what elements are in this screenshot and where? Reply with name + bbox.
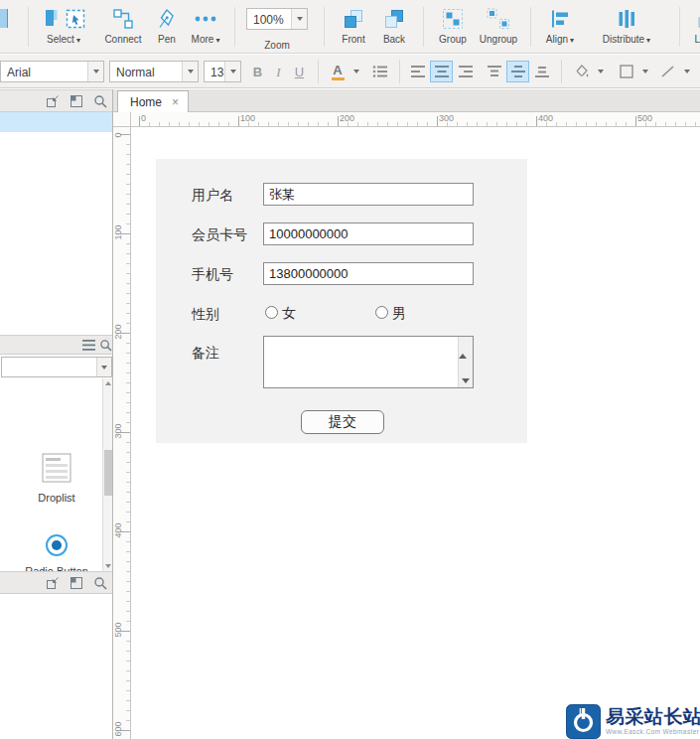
ruler-mark: 400 — [538, 113, 553, 123]
add-master-folder-button[interactable] — [70, 576, 83, 590]
align-center-icon — [434, 65, 450, 78]
ruler-mark: 500 — [637, 113, 652, 123]
search-widgets-button[interactable] — [99, 339, 112, 352]
underline-button[interactable]: U — [289, 61, 310, 82]
search-pages-button[interactable] — [93, 94, 107, 108]
radio-male[interactable] — [375, 306, 388, 319]
droplist-widget-label: Droplist — [17, 492, 96, 504]
font-size-select[interactable]: 13 — [204, 61, 241, 82]
zoom-label: Zoom — [246, 40, 308, 51]
pen-tool-button[interactable]: Pen — [151, 7, 183, 45]
caret-down-icon: ▾ — [215, 36, 219, 45]
group-icon — [442, 8, 464, 30]
radio-female[interactable] — [265, 306, 278, 319]
marquee-select-icon — [65, 8, 86, 30]
valign-bottom-icon — [534, 65, 550, 78]
add-master-button[interactable] — [46, 576, 60, 590]
more-tools-button[interactable]: More▾ — [185, 7, 226, 45]
ruler-mark: 100 — [240, 113, 255, 123]
border-style-caret[interactable] — [639, 61, 651, 82]
more-label: More — [192, 34, 214, 45]
import-arrow-icon — [46, 94, 60, 108]
bullet-list-button[interactable] — [368, 61, 392, 82]
lock-label: Lock — [694, 34, 700, 45]
toolbar-separator — [530, 7, 531, 47]
lock-button[interactable]: Lock — [685, 7, 700, 45]
valign-bottom-button[interactable] — [530, 61, 553, 82]
connect-icon — [112, 8, 134, 30]
line-style-button[interactable] — [656, 61, 680, 82]
caret-down-icon[interactable] — [96, 358, 111, 376]
italic-button[interactable]: I — [268, 61, 289, 82]
align-right-button[interactable] — [454, 61, 477, 82]
library-select[interactable] — [1, 357, 112, 377]
phone-input[interactable] — [263, 262, 474, 285]
member-card-input[interactable] — [263, 222, 474, 245]
ungroup-button[interactable]: Ungroup — [476, 7, 521, 45]
tab-bar: Home × — [113, 89, 700, 112]
font-size-value: 13 — [205, 62, 224, 81]
scroll-up-icon[interactable] — [105, 381, 111, 385]
libraries-menu-button[interactable] — [82, 340, 95, 351]
libraries-panel-header — [0, 335, 113, 355]
bring-front-icon — [343, 8, 364, 30]
align-center-button[interactable] — [430, 61, 453, 82]
widget-droplist[interactable] — [42, 453, 71, 483]
ruler-mark: 200 — [113, 324, 125, 340]
fill-color-caret[interactable] — [595, 61, 607, 82]
bring-to-front-button[interactable]: Front — [334, 7, 373, 45]
back-label: Back — [383, 34, 405, 45]
scroll-down-icon[interactable] — [462, 378, 470, 383]
line-style-caret[interactable] — [681, 61, 693, 82]
ruler-mark: 300 — [113, 423, 125, 439]
connect-tool-button[interactable]: Connect — [99, 7, 147, 45]
fill-color-button[interactable] — [570, 61, 594, 82]
submit-button[interactable]: 提交 — [301, 410, 384, 434]
zoom-select[interactable]: 100% — [246, 8, 308, 30]
more-dots-icon — [193, 14, 218, 24]
scroll-up-icon[interactable] — [459, 337, 467, 359]
widget-radio-button[interactable] — [46, 534, 68, 556]
radio-female-label: 女 — [282, 305, 296, 323]
group-label: Group — [439, 34, 467, 45]
caret-down-icon[interactable] — [87, 62, 103, 81]
send-to-back-button[interactable]: Back — [375, 7, 413, 45]
valign-middle-button[interactable] — [506, 61, 529, 82]
align-left-button[interactable] — [406, 61, 429, 82]
ruler-mark: 300 — [439, 113, 454, 123]
align-right-icon — [458, 65, 474, 78]
font-style-select[interactable]: Normal — [109, 61, 199, 82]
tab-home-label: Home — [130, 95, 162, 109]
caret-down-icon[interactable] — [224, 62, 240, 81]
bold-button[interactable]: B — [247, 61, 268, 82]
tab-home[interactable]: Home × — [117, 90, 189, 112]
font-family-select[interactable]: Arial — [0, 61, 104, 82]
caret-down-icon[interactable] — [291, 9, 307, 29]
valign-top-button[interactable] — [483, 61, 505, 82]
add-folder-button[interactable] — [70, 94, 83, 108]
scroll-down-icon[interactable] — [105, 564, 111, 568]
group-button[interactable]: Group — [433, 7, 473, 45]
textarea-scrollbar[interactable] — [458, 337, 473, 387]
caret-down-icon: ▾ — [570, 36, 574, 45]
search-masters-button[interactable] — [93, 576, 107, 590]
pointer-flag-icon — [42, 8, 60, 29]
notes-textarea[interactable] — [263, 336, 474, 388]
font-color-button[interactable]: A — [326, 61, 350, 82]
align-button[interactable]: Align▾ — [538, 7, 582, 45]
search-icon — [99, 339, 112, 352]
frame-icon — [70, 576, 83, 590]
close-icon[interactable]: × — [172, 96, 179, 108]
radio-dot-icon — [52, 540, 62, 550]
add-page-button[interactable] — [46, 94, 60, 108]
pen-icon — [157, 8, 177, 30]
font-color-caret[interactable] — [350, 61, 362, 82]
caret-down-icon[interactable] — [182, 62, 198, 81]
distribute-button[interactable]: Distribute▾ — [594, 7, 659, 45]
selected-page-row[interactable] — [0, 112, 113, 132]
border-style-button[interactable] — [615, 61, 638, 82]
valign-top-icon — [487, 65, 502, 78]
select-tool-button[interactable]: Select▾ — [34, 7, 93, 45]
import-arrow-icon — [46, 576, 60, 590]
username-input[interactable] — [263, 183, 474, 206]
